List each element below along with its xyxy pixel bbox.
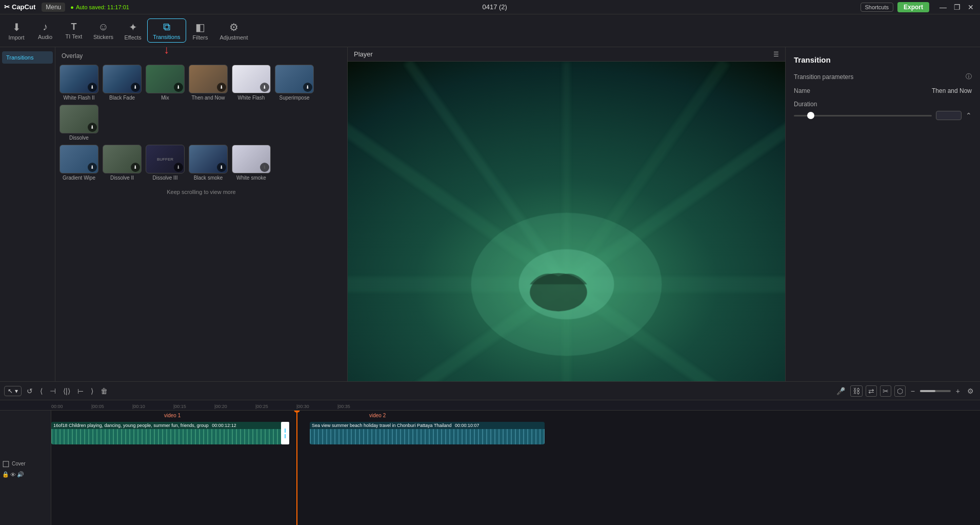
tool-selector[interactable]: ↖ ▾ [4,386,22,396]
transition-then-and-now[interactable]: ⬇ Then and Now [189,65,228,101]
transition-thumb-black-fade: ⬇ [103,65,142,93]
video2-label: video 2 [369,413,386,418]
toolbar-import-label: Import [8,34,24,41]
download-icon-11[interactable]: ⬇ [217,163,226,172]
transition-thumb-white-flash-ii: ⬇ [59,65,98,93]
name-label: Name [794,87,810,94]
undo-prev-button[interactable]: ⟨ [38,386,45,396]
zoom-in-button[interactable]: + [954,386,962,396]
clip2-duration: 00:00:10:07 [455,423,479,428]
clip1-duration: 00:00:12:12 [212,423,236,428]
transition-settings-title: Transition [794,55,972,64]
transition-mix[interactable]: ⬇ Mix [146,65,185,101]
zoom-slider[interactable] [920,390,951,392]
settings-button[interactable]: ⚙ [965,386,976,396]
transition-gradient-wipe[interactable]: ⬇ Gradient Wipe [59,145,98,181]
minimize-button[interactable]: — [937,3,949,11]
toolbar-audio[interactable]: ♪ Audio [31,19,59,42]
transition-thumb-dissolve-ii: ⬇ [103,145,142,173]
transition-black-smoke[interactable]: ⬇ Black smoke [189,145,228,181]
crop2-button[interactable]: ⬡ [894,385,906,397]
transition-handle[interactable] [281,422,289,444]
split-start-button[interactable]: ⊣ [48,386,58,396]
toolbar-adjustment[interactable]: ⚙ Adjustment [215,19,253,43]
transition-superimpose[interactable]: ⬇ Superimpose [275,65,314,101]
menu-button[interactable]: Menu [42,3,65,12]
transition-white-flash-ii[interactable]: ⬇ White Flash II [59,65,98,101]
restore-button[interactable]: ❐ [952,3,963,11]
transition-black-fade[interactable]: ⬇ Black Fade [103,65,142,101]
toolbar-text-label: TI Text [66,33,83,40]
track-lock-button[interactable]: 🔒 [2,471,9,478]
track-audio-button[interactable]: 🔊 [17,471,24,478]
dissolve3-text: BUFFER [157,157,173,162]
duration-input[interactable]: 0.5s [936,111,962,120]
duration-label: Duration [794,101,972,108]
effects-icon: ✦ [129,21,137,33]
playhead[interactable] [296,411,297,525]
sidebar-item-transitions[interactable]: Transitions [2,51,53,64]
duration-row: Duration 0.5s ⌃ [794,101,972,120]
toolbar-effects[interactable]: ✦ Effects [118,19,147,43]
ruler-00: 00:00 [51,404,63,409]
timeline-toolbar: ↖ ▾ ↺ ⟨ ⊣ ⟨|⟩ ⊢ ⟩ 🗑 🎤 ⛓ ⇄ ✂ ⬡ − + ⚙ [0,382,980,400]
transition-name-black-smoke: Black smoke [194,175,223,181]
topbar-right: Shortcuts Export — ❐ ✕ [861,2,976,12]
download-icon-4[interactable]: ⬇ [217,83,226,92]
player-menu-icon[interactable]: ☰ [773,51,779,58]
download-icon-3[interactable]: ⬇ [174,83,183,92]
video-clip-2[interactable]: Sea view summer beach holiday travel in … [310,422,545,444]
transition-dissolve-iii[interactable]: ⬇ BUFFER Dissolve III [146,145,185,181]
download-icon-8[interactable]: ⬇ [88,163,97,172]
playhead-head [294,411,300,413]
toolbar-text[interactable]: T TI Text [59,20,88,42]
duration-up-icon[interactable]: ⌃ [966,111,972,120]
download-icon[interactable]: ⬇ [88,83,97,92]
zoom-out-button[interactable]: − [909,386,917,396]
close-button[interactable]: ✕ [966,3,976,11]
download-icon-6[interactable]: ⬇ [303,83,312,92]
toolbar-import[interactable]: ⬇ Import [2,19,31,43]
shortcuts-button[interactable]: Shortcuts [861,3,893,12]
duration-slider[interactable] [794,115,932,116]
transition-name-dissolve-ii: Dissolve II [110,175,134,181]
handle-line-2 [285,434,286,438]
toolbar-filters[interactable]: ◧ Filters [186,19,215,43]
delete-button[interactable]: 🗑 [98,386,110,396]
forward-button[interactable]: ⟩ [89,386,95,396]
download-icon-12[interactable]: ⬇ [260,163,269,172]
toolbar-transitions[interactable]: ⧉ Transitions ↓ [147,18,186,43]
toolbar: ⬇ Import ♪ Audio T TI Text ☺ Stickers ✦ … [0,14,980,47]
track-eye-button[interactable]: 👁 [10,472,16,478]
handle-line-1 [285,429,286,433]
ruler-05: |00:05 [91,404,104,409]
link-a-button[interactable]: ⛓ [850,385,863,397]
redo-button[interactable]: ↺ [25,386,35,396]
transition-dissolve[interactable]: ⬇ Dissolve [59,105,98,141]
link-b-button[interactable]: ⇄ [866,385,877,397]
autosave-dot: ● [70,4,74,10]
name-param-row: Name Then and Now [794,87,972,94]
toolbar-audio-label: Audio [38,34,52,40]
transition-dissolve-ii[interactable]: ⬇ Dissolve II [103,145,142,181]
params-info-icon[interactable]: ⓘ [966,72,972,81]
download-icon-10[interactable]: ⬇ [174,163,183,172]
export-button[interactable]: Export [897,2,929,12]
download-icon-7[interactable]: ⬇ [88,123,97,132]
transition-white-smoke[interactable]: ⬇ White smoke [232,145,271,181]
toolbar-stickers[interactable]: ☺ Stickers [88,19,118,42]
stickers-icon: ☺ [98,21,108,33]
overlay-label: Overlay [59,51,343,61]
crop-timeline-button[interactable]: ✂ [880,385,891,397]
download-icon-5[interactable]: ⬇ [260,83,269,92]
mic-button[interactable]: 🎤 [834,386,847,396]
download-icon-2[interactable]: ⬇ [131,83,140,92]
cover-label: Cover [12,461,26,466]
transition-white-flash[interactable]: ⬇ White Flash [232,65,271,101]
app-logo: ✂ CapCut [4,3,35,11]
split-button[interactable]: ⟨|⟩ [61,386,72,396]
track-ctrl-row: ◻ Cover [2,458,49,469]
video-clip-1[interactable]: 16of18 Children playing, dancing, young … [51,422,282,444]
split-end-button[interactable]: ⊢ [75,386,86,396]
download-icon-9[interactable]: ⬇ [131,163,140,172]
